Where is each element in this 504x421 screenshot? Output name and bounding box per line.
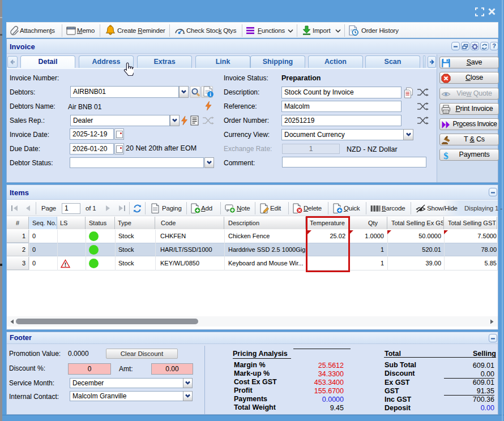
svg-text:$: $ [443, 151, 449, 160]
svg-text:i: i [210, 92, 211, 97]
